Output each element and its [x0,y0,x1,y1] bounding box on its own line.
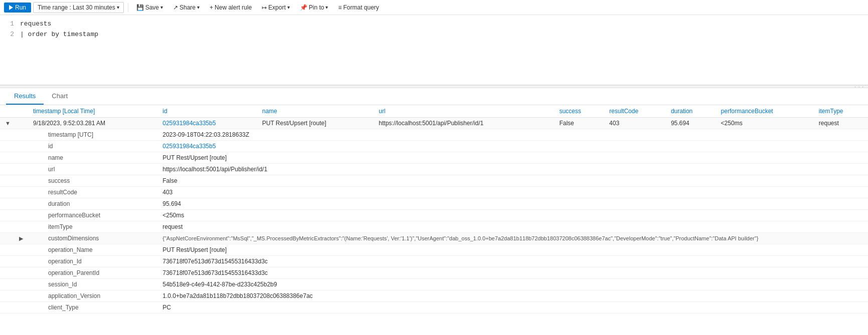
cell-itemtype: request [814,118,868,129]
detail-value-operation-parentid: 736718f07e513d673d15455316433d3c [157,267,868,279]
cell-resultcode: 403 [604,118,666,129]
results-table: timestamp [Local Time] id name url succe… [0,105,868,313]
col-id[interactable]: id [157,105,257,118]
export-icon: ↦ [262,4,267,11]
format-query-button[interactable]: ≡ Format query [334,3,383,13]
cell-url: https://localhost:5001/api/Publisher/id/… [374,118,554,129]
detail-label-timestamp-utc: timestamp [UTC] [28,129,157,141]
detail-value-name: PUT Rest/Upsert [route] [157,152,868,164]
detail-row-success: success False [0,175,868,187]
detail-label-resultcode: resultCode [28,187,157,198]
expand-row-button[interactable]: ▼ [5,120,11,126]
query-editor[interactable]: 1 requests 2 | order by timestamp [0,15,868,85]
run-button[interactable]: Run [4,3,31,13]
detail-row-customdimensions: ▶ customDimensions {"AspNetCoreEnvironme… [0,233,868,244]
detail-label-operation-parentid: operation_ParentId [28,267,157,279]
detail-row-client-type: client_Type PC [0,302,868,313]
query-line-2: 2 | order by timestamp [6,30,862,40]
share-label: Share [180,4,196,11]
detail-value-customdimensions: {"AspNetCoreEnvironment":"MsSql","_MS.Pr… [157,233,868,244]
detail-row-itemtype: itemType request [0,221,868,233]
detail-value-itemtype: request [157,221,868,233]
save-icon: 💾 [136,4,144,11]
detail-row-operation-id: operation_Id 736718f07e513d673d154553164… [0,256,868,267]
format-icon: ≡ [338,4,341,11]
detail-value-url: https://localhost:5001/api/Publisher/id/… [157,164,868,175]
export-button[interactable]: ↦ Export ▾ [258,3,294,13]
detail-row-url: url https://localhost:5001/api/Publisher… [0,164,868,175]
detail-row-timestamp-utc: timestamp [UTC] 2023-09-18T04:22:03.2818… [0,129,868,141]
detail-value-timestamp-utc: 2023-09-18T04:22:03.2818633Z [157,129,868,141]
col-itemtype[interactable]: itemType [814,105,868,118]
expand-toggle-cell[interactable]: ▼ [0,118,28,129]
save-button[interactable]: 💾 Save ▾ [132,3,167,13]
detail-label-name: name [28,152,157,164]
tab-chart[interactable]: Chart [44,88,76,105]
resize-dots: · · · [854,84,864,90]
detail-row-name: name PUT Rest/Upsert [route] [0,152,868,164]
detail-row-operation-parentid: operation_ParentId 736718f07e513d673d154… [0,267,868,279]
detail-label-id: id [28,141,157,152]
col-timestamp[interactable]: timestamp [Local Time] [28,105,157,118]
col-expand [0,105,28,118]
detail-value-client-type: PC [157,302,868,313]
time-range-button[interactable]: Time range : Last 30 minutes ▾ [33,2,124,13]
detail-label-duration: duration [28,198,157,210]
col-resultcode[interactable]: resultCode [604,105,666,118]
save-label: Save [145,4,159,11]
share-button[interactable]: ↗ Share ▾ [169,3,204,13]
cell-success: False [554,118,604,129]
detail-label-performancebucket: performanceBucket [28,210,157,221]
detail-row-application-version: application_Version 1.0.0+be7a2da81b118b… [0,290,868,302]
detail-value-id: 025931984ca335b5 [157,141,868,152]
col-performancebucket[interactable]: performanceBucket [716,105,814,118]
results-tabs: Results Chart [0,88,868,105]
cell-id: 025931984ca335b5 [157,118,257,129]
detail-value-success: False [157,175,868,187]
time-range-value: Last 30 minutes [73,4,115,11]
line-number-1: 1 [6,19,14,30]
cell-performancebucket: <250ms [716,118,814,129]
format-query-label: Format query [343,4,379,11]
detail-value-duration: 95.694 [157,198,868,210]
cell-name: PUT Rest/Upsert [route] [257,118,374,129]
detail-label-application-version: application_Version [28,290,157,302]
detail-label-session-id: session_Id [28,279,157,290]
cell-duration: 95.694 [666,118,716,129]
save-chevron-icon: ▾ [160,5,163,10]
run-label: Run [15,4,26,11]
new-alert-rule-button[interactable]: + New alert rule [206,3,256,13]
table-row-main: ▼ 9/18/2023, 9:52:03.281 AM 025931984ca3… [0,118,868,129]
query-line-1: 1 requests [6,19,862,30]
detail-value-session-id: 54b518e9-c4e9-4142-87be-d233c425b2b9 [157,279,868,290]
toolbar: Run Time range : Last 30 minutes ▾ 💾 Sav… [0,0,868,15]
detail-value-application-version: 1.0.0+be7a2da81b118b72dbb18037208c063883… [157,290,868,302]
expand-customdim-button[interactable]: ▶ [5,235,23,242]
detail-label-success: success [28,175,157,187]
detail-label-url: url [28,164,157,175]
divider-1 [128,3,128,12]
pin-to-label: Pin to [309,4,324,11]
detail-row-session-id: session_Id 54b518e9-c4e9-4142-87be-d233c… [0,279,868,290]
col-name[interactable]: name [257,105,374,118]
export-label: Export [268,4,286,11]
pin-to-button[interactable]: 📌 Pin to ▾ [296,3,332,13]
detail-row-performancebucket: performanceBucket <250ms [0,210,868,221]
query-text-1: requests [20,19,51,30]
col-url[interactable]: url [374,105,554,118]
col-duration[interactable]: duration [666,105,716,118]
new-alert-rule-label: New alert rule [215,4,252,11]
results-area: Results Chart timestamp [Local Time] id … [0,88,868,313]
pin-chevron-icon: ▾ [325,5,328,10]
detail-label-operation-name: operation_Name [28,244,157,256]
play-icon [9,5,13,10]
chevron-down-icon: ▾ [117,5,119,10]
detail-value-operation-id: 736718f07e513d673d15455316433d3c [157,256,868,267]
detail-value-operation-name: PUT Rest/Upsert [route] [157,244,868,256]
tab-results[interactable]: Results [6,88,44,105]
detail-label-itemtype: itemType [28,221,157,233]
detail-label-client-type: client_Type [28,302,157,313]
col-success[interactable]: success [554,105,604,118]
detail-row-duration: duration 95.694 [0,198,868,210]
export-chevron-icon: ▾ [287,5,290,10]
